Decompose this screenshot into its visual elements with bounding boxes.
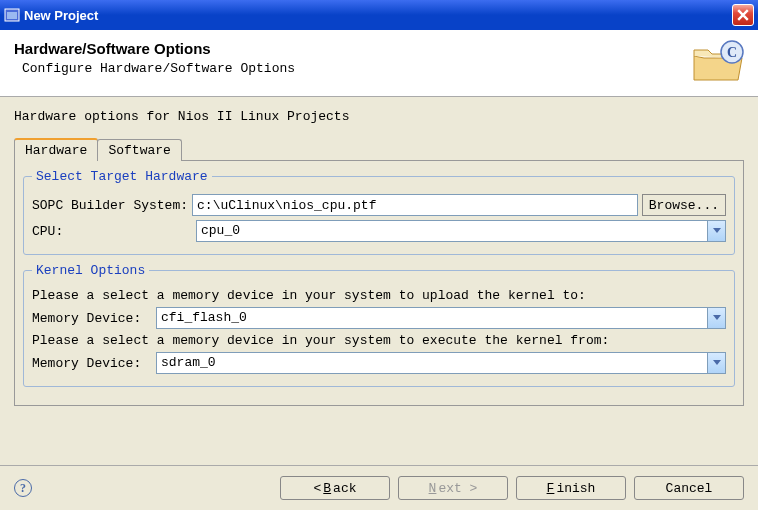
next-button: Next >	[398, 476, 508, 500]
title-bar: New Project	[0, 0, 758, 30]
tab-hardware[interactable]: Hardware	[14, 138, 98, 161]
page-subtitle: Configure Hardware/Software Options	[14, 61, 690, 76]
tab-row: Hardware Software	[14, 138, 744, 161]
chevron-down-icon	[707, 353, 725, 373]
chevron-down-icon	[707, 308, 725, 328]
fieldset-target-hardware: Select Target Hardware SOPC Builder Syst…	[23, 169, 735, 255]
close-icon	[737, 9, 749, 21]
chevron-down-icon	[707, 221, 725, 241]
back-ul: B	[323, 481, 331, 496]
back-rest: ack	[333, 481, 356, 496]
cpu-combo[interactable]: cpu_0	[196, 220, 726, 242]
sopc-label: SOPC Builder System:	[32, 198, 188, 213]
finish-rest: inish	[556, 481, 595, 496]
folder-c-icon: C	[690, 40, 744, 86]
sopc-input[interactable]	[192, 194, 638, 216]
mem-upload-label: Memory Device:	[32, 311, 152, 326]
cpu-value: cpu_0	[197, 221, 707, 241]
back-prefix: <	[313, 481, 321, 496]
cpu-label: CPU:	[32, 224, 192, 239]
svg-text:C: C	[727, 45, 737, 60]
page-title: Hardware/Software Options	[14, 40, 690, 57]
mem-exec-combo[interactable]: sdram_0	[156, 352, 726, 374]
tab-panel-hardware: Select Target Hardware SOPC Builder Syst…	[14, 160, 744, 406]
help-icon: ?	[20, 481, 26, 496]
mem-upload-combo[interactable]: cfi_flash_0	[156, 307, 726, 329]
cancel-button[interactable]: Cancel	[634, 476, 744, 500]
close-button[interactable]	[732, 4, 754, 26]
mem-exec-label: Memory Device:	[32, 356, 152, 371]
mem-exec-value: sdram_0	[157, 353, 707, 373]
kernel-exec-text: Please a select a memory device in your …	[32, 333, 726, 348]
legend-target-hardware: Select Target Hardware	[32, 169, 212, 184]
mem-upload-value: cfi_flash_0	[157, 308, 707, 328]
kernel-upload-text: Please a select a memory device in your …	[32, 288, 726, 303]
help-button[interactable]: ?	[14, 479, 32, 497]
intro-text: Hardware options for Nios II Linux Proje…	[14, 109, 744, 124]
finish-ul: F	[547, 481, 555, 496]
dialog-body: Hardware options for Nios II Linux Proje…	[0, 97, 758, 412]
dialog-header: Hardware/Software Options Configure Hard…	[0, 30, 758, 97]
back-button[interactable]: < Back	[280, 476, 390, 500]
next-rest: ext >	[438, 481, 477, 496]
app-icon	[4, 7, 20, 23]
browse-button[interactable]: Browse...	[642, 194, 726, 216]
finish-button[interactable]: Finish	[516, 476, 626, 500]
next-ul: N	[429, 481, 437, 496]
window-title: New Project	[24, 8, 732, 23]
legend-kernel-options: Kernel Options	[32, 263, 149, 278]
fieldset-kernel-options: Kernel Options Please a select a memory …	[23, 263, 735, 387]
dialog-footer: ? < Back Next > Finish Cancel	[0, 465, 758, 510]
svg-rect-1	[7, 12, 17, 19]
tab-software[interactable]: Software	[97, 139, 181, 161]
